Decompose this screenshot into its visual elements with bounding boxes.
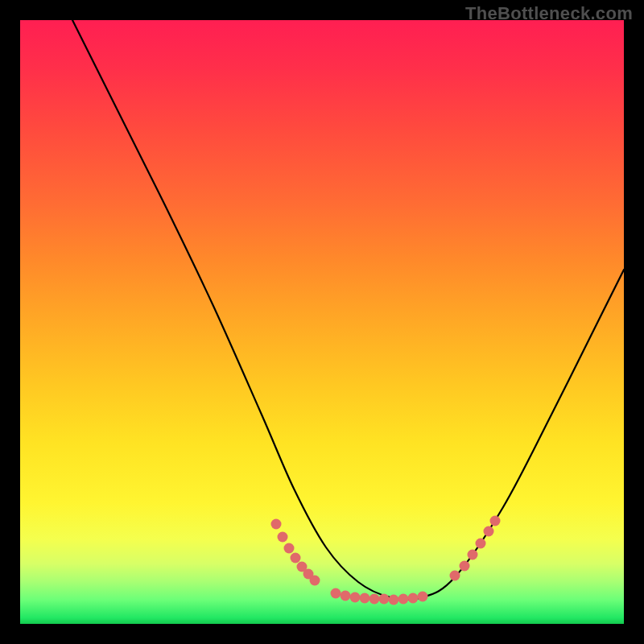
marker-dot <box>291 553 301 564</box>
plot-area <box>20 20 624 624</box>
marker-dot <box>331 588 341 599</box>
marker-dot <box>460 561 470 572</box>
marker-dot <box>398 594 409 605</box>
marker-dot <box>310 576 320 586</box>
marker-dot <box>278 532 288 543</box>
marker-dot <box>418 592 428 602</box>
chart-container: TheBottleneck.com <box>0 0 644 644</box>
marker-layer <box>271 516 501 605</box>
marker-dot <box>450 571 460 581</box>
marker-dot <box>468 550 478 560</box>
marker-dot <box>350 592 361 603</box>
marker-dot <box>379 594 390 605</box>
marker-dot <box>490 516 501 526</box>
marker-dot <box>369 594 380 605</box>
curve-layer <box>20 20 624 624</box>
marker-dot <box>389 595 399 605</box>
marker-dot <box>271 519 282 530</box>
marker-dot <box>284 543 295 554</box>
marker-dot <box>476 539 486 549</box>
bottleneck-curve <box>72 20 624 600</box>
marker-dot <box>408 593 419 604</box>
marker-dot <box>360 593 370 604</box>
marker-dot <box>484 526 494 537</box>
marker-dot <box>341 591 351 601</box>
